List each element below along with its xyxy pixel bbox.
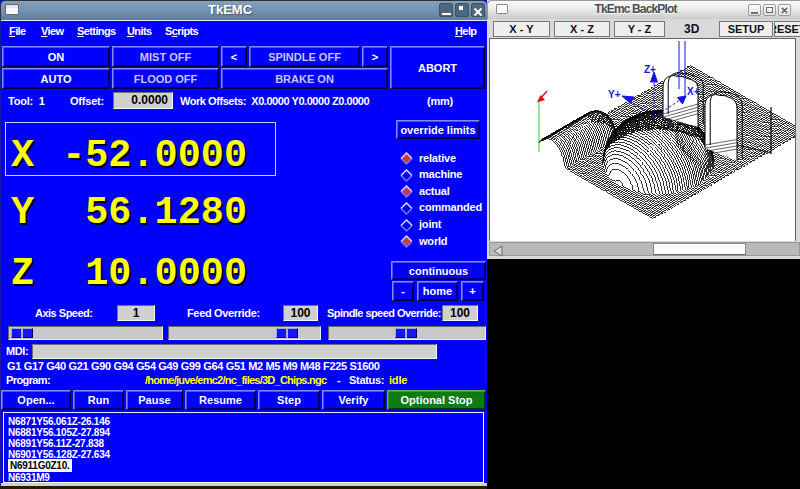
svg-text:X+: X+ [687,86,700,97]
svg-text:Y+: Y+ [608,89,621,100]
svg-text:Z+: Z+ [644,64,656,75]
